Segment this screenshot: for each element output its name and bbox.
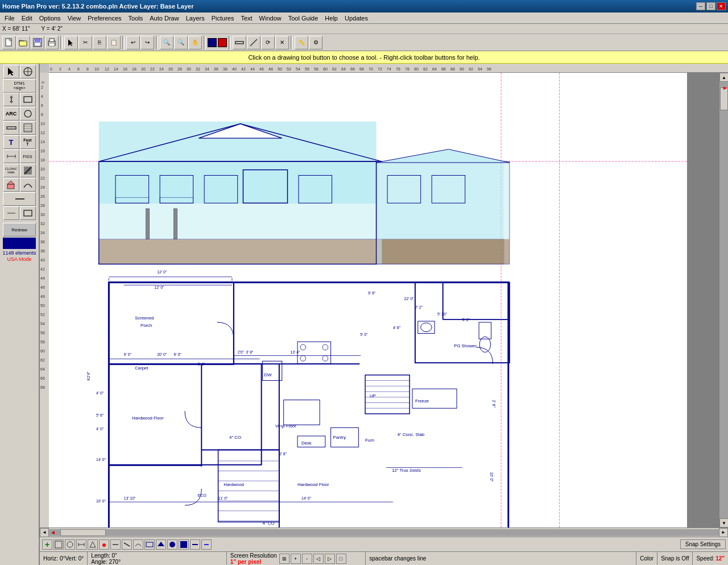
- menu-view[interactable]: View: [64, 14, 85, 23]
- zoom-out-button[interactable]: 🔍: [174, 36, 188, 49]
- bt-tool-9[interactable]: [156, 539, 166, 550]
- bt-tool-12[interactable]: [190, 539, 200, 550]
- svg-text:94: 94: [478, 67, 482, 71]
- bt-tool-2[interactable]: [65, 539, 75, 550]
- zoom-fit-button[interactable]: ⊞: [279, 554, 289, 564]
- menu-file[interactable]: File: [1, 14, 18, 23]
- copy-button[interactable]: ⎘: [93, 36, 106, 49]
- bt-tool-7[interactable]: [133, 539, 143, 550]
- rect2-tool[interactable]: [20, 206, 36, 220]
- menu-autodraw[interactable]: Auto Draw: [146, 14, 182, 23]
- close-button[interactable]: ✕: [717, 2, 726, 10]
- usa-mode[interactable]: USA Mode: [5, 256, 33, 263]
- fill-color-box[interactable]: [208, 38, 217, 47]
- circle-tool[interactable]: [20, 107, 36, 121]
- scroll-up-button[interactable]: ▲: [719, 73, 728, 82]
- menu-layers[interactable]: Layers: [183, 14, 208, 23]
- rect-tool[interactable]: [20, 93, 36, 106]
- scroll-right-button[interactable]: ►: [719, 528, 728, 537]
- vertical-scrollbar[interactable]: ▲ ► ▼: [719, 73, 728, 527]
- svg-text:66: 66: [350, 67, 355, 71]
- menu-edit[interactable]: Edit: [18, 14, 36, 23]
- menu-preferences[interactable]: Preferences: [84, 14, 125, 23]
- delete-button[interactable]: ✕: [275, 36, 289, 49]
- measure-button[interactable]: 📏: [295, 36, 308, 49]
- bt-circle-red[interactable]: ●: [99, 539, 109, 550]
- redo-button[interactable]: ↪: [140, 36, 154, 49]
- settings-button[interactable]: ⚙: [309, 36, 322, 49]
- redraw-button[interactable]: Redraw: [3, 223, 36, 236]
- wall-tool[interactable]: [3, 121, 19, 135]
- bt-tool-4[interactable]: [88, 539, 98, 550]
- bt-tool-10[interactable]: [167, 539, 177, 550]
- snap-settings-button[interactable]: Snap Settings: [680, 539, 726, 549]
- line-thin-tool[interactable]: [3, 206, 19, 220]
- bt-tool-6[interactable]: [122, 539, 132, 550]
- zoom-out-status-button[interactable]: -: [302, 554, 312, 564]
- undo-button[interactable]: ↩: [126, 36, 140, 49]
- bt-tool-3[interactable]: [76, 539, 86, 550]
- zoom-in-button[interactable]: 🔍: [160, 36, 173, 49]
- svg-text:4" CO: 4" CO: [229, 435, 241, 440]
- clone-tool[interactable]: CLONCHide: [3, 164, 19, 177]
- svg-marker-264: [90, 542, 96, 547]
- minimize-button[interactable]: ─: [696, 2, 705, 10]
- scroll-down-button[interactable]: ▼: [719, 518, 728, 527]
- scroll-thumb[interactable]: [720, 88, 728, 110]
- erase-tool[interactable]: [3, 178, 19, 192]
- bt-tool-11[interactable]: [179, 539, 189, 550]
- cut-button[interactable]: ✂: [78, 36, 92, 49]
- menu-toolguide[interactable]: Tool Guide: [285, 14, 322, 23]
- add-button[interactable]: +: [42, 539, 52, 550]
- open-button[interactable]: [16, 36, 30, 49]
- color-status[interactable]: Color: [636, 552, 657, 565]
- line-button[interactable]: [247, 36, 260, 49]
- move-tool[interactable]: [3, 93, 19, 106]
- menu-tools[interactable]: Tools: [125, 14, 147, 23]
- bt-tool-8[interactable]: [144, 539, 155, 550]
- dim-tool[interactable]: [3, 149, 19, 163]
- menu-options[interactable]: Options: [36, 14, 64, 23]
- print-button[interactable]: [45, 36, 59, 49]
- menu-window[interactable]: Window: [256, 14, 285, 23]
- color-swatch[interactable]: [3, 238, 36, 249]
- zoom-in-status-button[interactable]: +: [291, 554, 301, 564]
- bt-minus[interactable]: –: [201, 539, 212, 550]
- maximize-button[interactable]: □: [706, 2, 715, 10]
- line-color-box[interactable]: [218, 38, 227, 47]
- text-tool[interactable]: T: [3, 135, 19, 149]
- zoom-prev-button[interactable]: ◁: [313, 554, 324, 564]
- horizontal-scrollbar[interactable]: ◄ ◄ ►: [40, 527, 728, 537]
- svg-text:48: 48: [268, 67, 273, 71]
- menu-updates[interactable]: Updates: [341, 14, 371, 23]
- arc-tool[interactable]: ARC: [3, 107, 19, 121]
- zoom-next-button[interactable]: ▷: [325, 554, 335, 564]
- scroll-left-button[interactable]: ◄: [40, 528, 49, 537]
- pan-button[interactable]: ✋: [188, 36, 202, 49]
- wall-button[interactable]: [233, 36, 246, 49]
- rotate-button[interactable]: ⟳: [261, 36, 275, 49]
- select-button[interactable]: [64, 36, 78, 49]
- zoom-window-button[interactable]: □: [336, 554, 346, 564]
- new-button[interactable]: [2, 36, 16, 49]
- select-tool[interactable]: [3, 65, 19, 78]
- curve-tool[interactable]: [20, 178, 36, 192]
- pan-tool[interactable]: [20, 65, 36, 78]
- line-style-tool[interactable]: [3, 192, 36, 206]
- fill-tool[interactable]: [20, 164, 36, 177]
- menu-help[interactable]: Help: [321, 14, 341, 23]
- fast-text-tool[interactable]: FastT: [20, 135, 36, 149]
- menu-text[interactable]: Text: [237, 14, 255, 23]
- symbol-tool[interactable]: FIGS: [20, 149, 36, 163]
- save-button[interactable]: [31, 36, 44, 49]
- dtm-tool[interactable]: DTM1<sign>: [3, 79, 36, 93]
- menu-pictures[interactable]: Pictures: [208, 14, 238, 23]
- bt-tool-1[interactable]: [53, 539, 64, 550]
- drawing-canvas[interactable]: Screened Porch 12' 0" Hardwood Floor: [49, 73, 719, 527]
- hatch-tool[interactable]: [20, 121, 36, 135]
- bt-tool-5[interactable]: [110, 539, 121, 550]
- scroll-track[interactable]: ►: [719, 82, 728, 518]
- paste-button[interactable]: 📋: [107, 36, 121, 49]
- svg-rect-270: [180, 541, 187, 548]
- svg-text:DW: DW: [264, 372, 272, 377]
